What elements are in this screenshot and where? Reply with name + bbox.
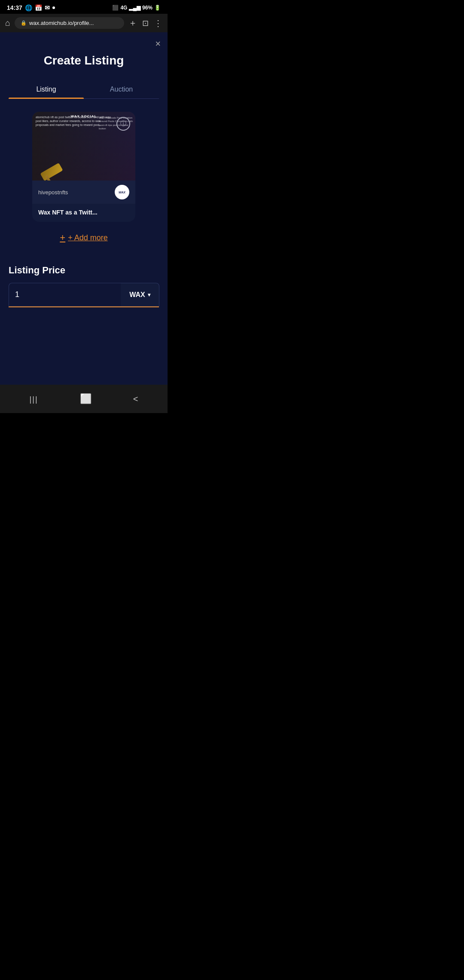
gavel-head bbox=[40, 163, 63, 181]
listing-price-label: Listing Price bbox=[9, 265, 159, 276]
modal-container: × Create Listing Listing Auction ⓘ WAX S… bbox=[0, 32, 168, 385]
nft-card-wrapper: ⓘ WAX SOCIAL atomichub nft as post twitt… bbox=[9, 112, 159, 222]
signal-bars: ▂▄▆ bbox=[129, 5, 140, 11]
nft-creator: hivepostnfts bbox=[38, 189, 68, 196]
add-icon: + bbox=[60, 232, 65, 243]
price-input[interactable] bbox=[9, 283, 121, 306]
time: 14:37 bbox=[7, 4, 22, 11]
info-icon-button[interactable]: ⓘ bbox=[116, 117, 130, 131]
nft-card-footer: hivepostnfts WAX bbox=[32, 181, 135, 204]
browser-home-icon[interactable]: ⌂ bbox=[5, 18, 10, 28]
currency-label: WAX bbox=[129, 291, 145, 299]
modal-title: Create Listing bbox=[9, 54, 159, 67]
lines-icon: ||| bbox=[30, 395, 38, 404]
browser-actions: ＋ ⊡ ⋮ bbox=[128, 17, 162, 29]
url-text: wax.atomichub.io/profile... bbox=[29, 20, 94, 26]
new-tab-button[interactable]: ＋ bbox=[128, 17, 137, 29]
tab-bar: Listing Auction bbox=[9, 80, 159, 99]
tab-switcher-button[interactable]: ⊡ bbox=[142, 18, 149, 28]
listing-price-section: Listing Price WAX ▾ bbox=[9, 260, 159, 307]
lock-icon: 🔒 bbox=[21, 20, 27, 26]
nft-title: Wax NFT as a Twitt... bbox=[32, 204, 135, 222]
tab-listing[interactable]: Listing bbox=[9, 80, 84, 98]
gavel-decoration bbox=[41, 168, 62, 176]
nft-card: ⓘ WAX SOCIAL atomichub nft as post twitt… bbox=[32, 112, 135, 222]
square-icon: ⬜ bbox=[80, 393, 92, 404]
status-bar: 14:37 🌐 📅 ✉ ⬛ 4G ▂▄▆ 96% 🔋 bbox=[0, 0, 168, 14]
browser-icon: 🌐 bbox=[25, 4, 32, 11]
price-input-row: WAX ▾ bbox=[9, 283, 159, 307]
battery-icon: 🔋 bbox=[154, 5, 161, 11]
menu-button[interactable]: ⋮ bbox=[154, 18, 162, 28]
back-icon: < bbox=[133, 394, 138, 404]
mail-icon: ✉ bbox=[45, 4, 50, 11]
add-more-button[interactable]: + + Add more bbox=[9, 232, 159, 243]
bottom-nav: ||| ⬜ < bbox=[0, 385, 168, 413]
info-icon: ⓘ bbox=[120, 120, 126, 128]
browser-bar: ⌂ 🔒 wax.atomichub.io/profile... ＋ ⊡ ⋮ bbox=[0, 14, 168, 32]
tab-auction[interactable]: Auction bbox=[84, 80, 159, 98]
status-right: ⬛ 4G ▂▄▆ 96% 🔋 bbox=[112, 5, 161, 11]
data-icon: 4G bbox=[120, 5, 127, 11]
url-box[interactable]: 🔒 wax.atomichub.io/profile... bbox=[15, 17, 124, 29]
battery-level: 96% bbox=[142, 5, 153, 11]
home-square-button[interactable]: ⬜ bbox=[71, 391, 100, 407]
wax-logo: WAX bbox=[115, 185, 129, 199]
close-button[interactable]: × bbox=[155, 39, 161, 49]
currency-selector[interactable]: WAX ▾ bbox=[121, 283, 159, 306]
calendar-icon: 📅 bbox=[35, 4, 42, 11]
add-more-label: + Add more bbox=[68, 233, 108, 242]
chevron-down-icon: ▾ bbox=[148, 292, 150, 298]
menu-lines-button[interactable]: ||| bbox=[21, 392, 47, 407]
back-button[interactable]: < bbox=[125, 392, 147, 407]
status-left: 14:37 🌐 📅 ✉ bbox=[7, 4, 55, 11]
storage-icon: ⬛ bbox=[112, 5, 119, 11]
notification-dot bbox=[52, 6, 55, 9]
